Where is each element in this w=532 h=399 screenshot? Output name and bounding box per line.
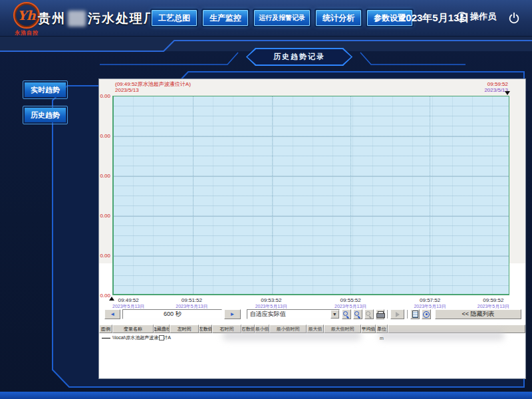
col-min-time: 最小值时间 [269, 325, 307, 333]
unit-cell: m [376, 334, 388, 342]
col-hide-curve: 隐藏曲线 [154, 325, 170, 333]
y-axis-label: 0.00 [99, 253, 110, 259]
zoom-out-icon [354, 311, 361, 318]
x-axis: 09:49:522023年5月13日 09:51:522023年5月13日 09… [112, 297, 509, 309]
chart-cursor-info: (09:49:52原水池超声波液位计A) 2023/5/13 [115, 81, 191, 93]
operator-label: 操作员 [470, 11, 496, 23]
legend-cell [99, 334, 112, 342]
realtime-trend-button[interactable]: 实时趋势 [23, 80, 68, 99]
col-min-value: 最小值 [255, 325, 269, 333]
col-legend: 图例 [99, 325, 112, 333]
col-right-time: 右时间 [212, 325, 241, 333]
col-filler [388, 325, 525, 333]
v-gridline [193, 96, 194, 294]
report-button[interactable] [410, 309, 420, 319]
time-span-field[interactable]: 600 秒 [122, 309, 222, 319]
scale-mode-value: 自适应实际值 [247, 310, 331, 319]
hide-list-button[interactable]: << 隐藏列表 [435, 309, 521, 319]
section-banner-title: 历史趋势记录 [247, 49, 351, 65]
bottom-accent-strip [0, 392, 532, 399]
logo-text: Yh [17, 8, 35, 23]
y-axis-label: 0.00 [99, 213, 110, 219]
page-title-suffix: 污水处理厂 [88, 10, 158, 27]
h-gridline [114, 216, 509, 217]
y-axis-label: 0.00 [99, 133, 110, 139]
play-button[interactable] [390, 309, 404, 319]
chevron-down-icon[interactable]: ▼ [331, 310, 339, 319]
power-button[interactable] [507, 11, 521, 25]
history-trend-button[interactable]: 历史趋势 [23, 106, 68, 124]
section-banner: 历史趋势记录 [246, 48, 352, 66]
col-max-time: 最大值时间 [324, 325, 361, 333]
user-icon [456, 11, 467, 23]
zoom-window-icon [365, 311, 372, 318]
y-axis-label: 0.00 [99, 173, 110, 179]
power-icon [508, 12, 520, 24]
app-window: Yh 永浩自控 贵州 污水处理厂 工艺总图 生产监控 运行及报警记录 统计分析 … [0, 0, 532, 399]
page-title: 贵州 污水处理厂 [38, 9, 158, 29]
h-gridline [114, 136, 509, 137]
settings-button[interactable] [422, 309, 431, 319]
h-gridline [114, 176, 509, 177]
scroll-left-button[interactable]: ◄ [104, 309, 120, 319]
scale-mode-select[interactable]: 自适应实际值 ▼ [247, 309, 340, 319]
nav-statistics-button[interactable]: 统计分析 [316, 10, 361, 26]
settings-icon [423, 311, 430, 318]
play-icon [396, 312, 400, 317]
cursor-date: 2023/5/13 [115, 87, 191, 93]
zoom-out-button[interactable] [353, 309, 362, 319]
trend-panel: (09:49:52原水池超声波液位计A) 2023/5/13 09:59:52 … [98, 78, 526, 379]
y-axis-label: 0.00 [99, 93, 110, 99]
scroll-right-button[interactable]: ► [224, 309, 240, 319]
col-avg-value: 平均值 [361, 325, 376, 333]
print-icon [376, 311, 384, 317]
table-row: \\local\原水池超声波液位计A m [99, 334, 525, 342]
v-gridline [350, 96, 351, 294]
nav-production-monitor-button[interactable]: 生产监控 [203, 10, 248, 26]
v-gridline [430, 96, 430, 294]
toolbar-divider [387, 310, 388, 319]
print-button[interactable] [376, 309, 385, 319]
nav-process-overview-button[interactable]: 工艺总图 [152, 10, 197, 26]
col-left-time: 左时间 [170, 325, 199, 333]
hide-curve-cell [154, 334, 170, 342]
variable-name-cell: \\local\原水池超声波液位计A [112, 334, 154, 342]
variable-table-header: 图例 变量名称 隐藏曲线 左时间 左数值 右时间 右数值 最小值 最小值时间 最… [99, 325, 525, 333]
operator-button[interactable]: 操作员 [456, 11, 496, 23]
logo-subtext: 永浩自控 [7, 29, 47, 37]
trend-chart[interactable] [112, 96, 509, 295]
hide-curve-checkbox[interactable] [159, 335, 164, 340]
v-gridline [272, 96, 273, 294]
main-nav: 工艺总图 生产监控 运行及报警记录 统计分析 参数设置 [152, 10, 412, 26]
page-title-prefix: 贵州 [38, 10, 66, 27]
cursor-label: (09:49:52原水池超声波液位计A) [115, 81, 191, 87]
zoom-in-icon [342, 311, 350, 318]
report-icon [412, 311, 418, 318]
logo-mark-icon: Yh [13, 2, 40, 29]
right-range-handle[interactable] [505, 91, 510, 95]
h-gridline [114, 256, 509, 257]
zoom-in-button[interactable] [342, 309, 351, 319]
toolbar-divider [407, 310, 408, 319]
nav-run-alarm-records-button[interactable]: 运行及报警记录 [254, 10, 310, 26]
col-unit: 单位 [376, 325, 388, 333]
top-bar: Yh 永浩自控 贵州 污水处理厂 工艺总图 生产监控 运行及报警记录 统计分析 … [0, 0, 532, 37]
right-edge-time: 09:59:52 [484, 81, 508, 87]
legend-line-swatch [102, 338, 110, 338]
zoom-window-button[interactable] [364, 309, 374, 319]
col-left-value: 左数值 [199, 325, 212, 333]
col-max-value: 最大值 [307, 325, 324, 333]
trend-toolbar: ◄ 600 秒 ► 自适应实际值 ▼ << 隐藏列表 [104, 309, 521, 320]
col-variable-name: 变量名称 [112, 325, 154, 333]
redacted-title-block [68, 11, 86, 27]
col-right-value: 右数值 [241, 325, 255, 333]
